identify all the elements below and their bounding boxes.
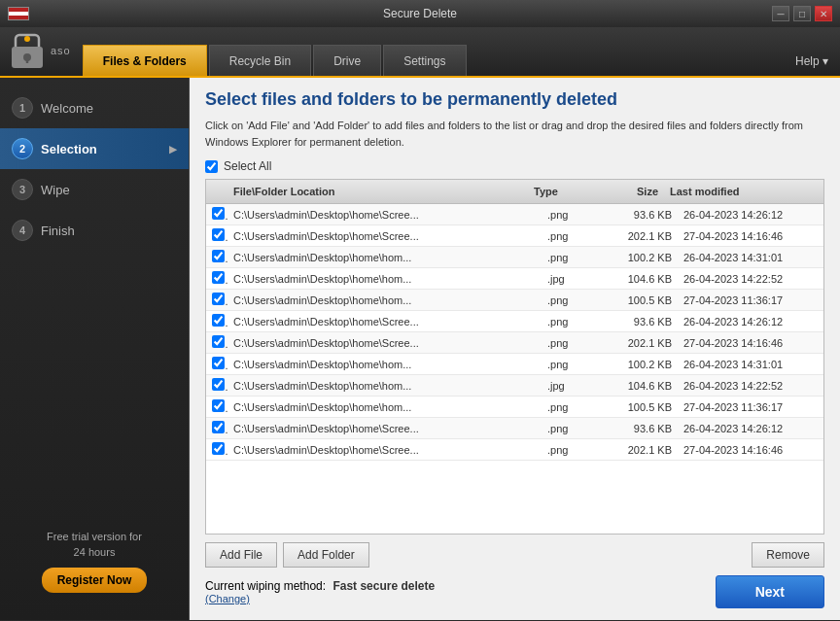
help-button[interactable]: Help ▾	[795, 54, 828, 68]
header-modified: Last modified	[664, 183, 810, 200]
header-location: File\Folder Location	[228, 183, 528, 200]
row-checkbox[interactable]	[206, 247, 228, 267]
step-2-number: 2	[12, 138, 33, 159]
table-row[interactable]: C:\Users\admin\Desktop\home\hom... .jpg …	[206, 375, 823, 397]
row-modified: 27-04-2023 14:16:46	[678, 227, 823, 245]
title-bar: Secure Delete ─ □ ✕	[0, 0, 840, 27]
row-path: C:\Users\admin\Desktop\home\hom...	[228, 292, 542, 309]
change-method-link[interactable]: (Change)	[205, 593, 435, 604]
row-path: C:\Users\admin\Desktop\home\Scree...	[228, 441, 542, 459]
row-checkbox[interactable]	[206, 354, 228, 374]
table-row[interactable]: C:\Users\admin\Desktop\home\hom... .png …	[206, 397, 823, 418]
select-all-checkbox[interactable]	[205, 160, 218, 173]
row-size: 93.6 KB	[600, 420, 678, 437]
row-size: 100.5 KB	[600, 398, 678, 416]
tab-drive[interactable]: Drive	[313, 45, 381, 76]
row-path: C:\Users\admin\Desktop\home\Scree...	[228, 206, 542, 224]
sidebar-item-selection[interactable]: 2 Selection ▶	[0, 128, 189, 169]
row-path: C:\Users\admin\Desktop\home\hom...	[228, 249, 542, 266]
row-path: C:\Users\admin\Desktop\home\Scree...	[228, 227, 542, 245]
logo-text: aso	[51, 45, 71, 56]
sidebar-item-welcome-label: Welcome	[41, 101, 93, 116]
row-modified: 26-04-2023 14:31:01	[678, 356, 823, 373]
row-checkbox[interactable]	[206, 268, 228, 289]
row-checkbox[interactable]	[206, 375, 228, 396]
table-row[interactable]: C:\Users\admin\Desktop\home\hom... .png …	[206, 247, 823, 268]
row-modified: 26-04-2023 14:26:12	[678, 313, 823, 330]
row-size: 93.6 KB	[600, 206, 678, 224]
sidebar-item-finish[interactable]: 4 Finish	[0, 210, 189, 251]
tab-files-folders[interactable]: Files & Folders	[83, 45, 207, 76]
row-checkbox[interactable]	[206, 311, 228, 331]
row-modified: 26-04-2023 14:22:52	[678, 377, 823, 395]
row-type: .png	[542, 398, 600, 416]
table-row[interactable]: C:\Users\admin\Desktop\home\Scree... .pn…	[206, 332, 823, 354]
row-type: .png	[542, 206, 600, 224]
svg-point-4	[24, 36, 30, 42]
minimize-button[interactable]: ─	[772, 6, 789, 21]
table-row[interactable]: C:\Users\admin\Desktop\home\Scree... .pn…	[206, 311, 823, 332]
sidebar: 1 Welcome 2 Selection ▶ 3 Wipe 4 Finish …	[0, 78, 190, 620]
row-type: .png	[542, 441, 600, 459]
nav-tabs: Files & Folders Recycle Bin Drive Settin…	[83, 45, 795, 76]
add-folder-button[interactable]: Add Folder	[283, 542, 369, 568]
tab-recycle-bin[interactable]: Recycle Bin	[209, 45, 311, 76]
add-file-button[interactable]: Add File	[205, 542, 277, 568]
register-button[interactable]: Register Now	[42, 568, 148, 593]
row-type: .jpg	[542, 377, 600, 395]
header-checkbox-col	[206, 183, 228, 200]
remove-button[interactable]: Remove	[752, 542, 824, 568]
main-content: Select files and folders to be permanent…	[190, 78, 840, 620]
row-type: .png	[542, 227, 600, 245]
row-modified: 27-04-2023 11:36:17	[678, 292, 823, 309]
row-size: 100.2 KB	[600, 249, 678, 266]
table-row[interactable]: C:\Users\admin\Desktop\home\Scree... .pn…	[206, 204, 823, 225]
table-row[interactable]: C:\Users\admin\Desktop\home\hom... .jpg …	[206, 268, 823, 290]
row-path: C:\Users\admin\Desktop\home\Scree...	[228, 334, 542, 352]
table-scroll-container: C:\Users\admin\Desktop\home\Scree... .pn…	[206, 204, 823, 534]
table-row[interactable]: C:\Users\admin\Desktop\home\hom... .png …	[206, 290, 823, 311]
row-path: C:\Users\admin\Desktop\home\hom...	[228, 270, 542, 288]
row-checkbox[interactable]	[206, 204, 228, 224]
table-body[interactable]: C:\Users\admin\Desktop\home\Scree... .pn…	[206, 204, 823, 534]
row-size: 93.6 KB	[600, 313, 678, 330]
row-size: 100.2 KB	[600, 356, 678, 373]
row-checkbox[interactable]	[206, 439, 228, 460]
close-button[interactable]: ✕	[815, 6, 832, 21]
row-checkbox[interactable]	[206, 225, 228, 246]
table-row[interactable]: C:\Users\admin\Desktop\home\Scree... .pn…	[206, 418, 823, 439]
row-size: 202.1 KB	[600, 441, 678, 459]
row-size: 202.1 KB	[600, 227, 678, 245]
row-checkbox[interactable]	[206, 397, 228, 417]
sidebar-arrow-icon: ▶	[169, 144, 177, 155]
table-row[interactable]: C:\Users\admin\Desktop\home\hom... .png …	[206, 354, 823, 375]
next-button-row: Next	[716, 575, 824, 608]
window-controls: ─ □ ✕	[772, 6, 832, 21]
sidebar-item-wipe[interactable]: 3 Wipe	[0, 169, 189, 210]
table-row[interactable]: C:\Users\admin\Desktop\home\Scree... .pn…	[206, 225, 823, 247]
wipe-label: Current wiping method:	[205, 579, 326, 593]
sidebar-item-welcome[interactable]: 1 Welcome	[0, 87, 189, 128]
header-type: Type	[528, 183, 586, 200]
row-checkbox[interactable]	[206, 332, 228, 353]
nav-logo: aso	[8, 31, 71, 70]
maximize-button[interactable]: □	[793, 6, 811, 21]
table-row[interactable]: C:\Users\admin\Desktop\home\Scree... .pn…	[206, 439, 823, 461]
header-size: Size	[586, 183, 664, 200]
row-type: .png	[542, 249, 600, 266]
row-modified: 26-04-2023 14:26:12	[678, 206, 823, 224]
step-1-number: 1	[12, 97, 33, 119]
row-type: .png	[542, 356, 600, 373]
row-path: C:\Users\admin\Desktop\home\hom...	[228, 356, 542, 373]
tab-settings[interactable]: Settings	[383, 45, 466, 76]
wipe-method-info: Current wiping method: Fast secure delet…	[205, 579, 435, 604]
row-type: .png	[542, 420, 600, 437]
wipe-method-value: Fast secure delete	[332, 579, 435, 593]
row-modified: 27-04-2023 11:36:17	[678, 398, 823, 416]
next-button[interactable]: Next	[716, 575, 824, 608]
page-description: Click on 'Add File' and 'Add Folder' to …	[205, 118, 824, 150]
app-title: Secure Delete	[383, 7, 457, 20]
row-checkbox[interactable]	[206, 418, 228, 438]
row-checkbox[interactable]	[206, 290, 228, 310]
row-size: 100.5 KB	[600, 292, 678, 309]
